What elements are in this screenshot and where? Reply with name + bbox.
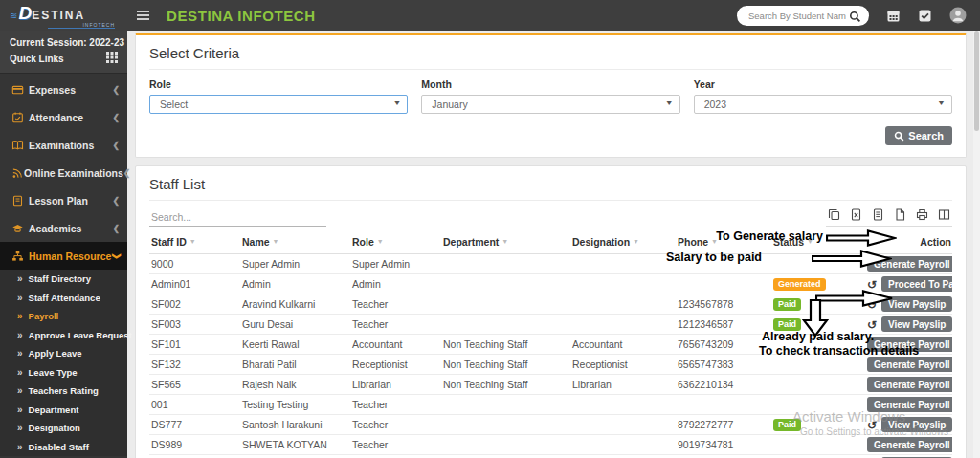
cell-action: Generate Payroll: [865, 375, 952, 395]
chevron-down-icon: ▼: [392, 99, 401, 107]
sidebar-item-academics[interactable]: Academics❮: [0, 214, 127, 242]
cell-name: Trunali: [240, 455, 350, 458]
csv-export-icon[interactable]: [872, 208, 884, 221]
sidebar-subitem-approve-leave-request[interactable]: »Approve Leave Request: [0, 326, 127, 345]
sidebar-subitem-apply-leave[interactable]: »Apply Leave: [0, 344, 127, 363]
cell-phone: 6362210134: [676, 375, 771, 395]
generate-payroll-button[interactable]: Generate Payroll: [867, 437, 952, 452]
role-select[interactable]: Select ▼: [149, 95, 408, 114]
column-label: Designation: [572, 236, 630, 248]
cell-designation: [570, 415, 676, 435]
sidebar-subitem-staff-directory[interactable]: »Staff Directory: [0, 270, 127, 289]
generate-payroll-button[interactable]: Generate Payroll: [867, 357, 952, 372]
payroll-page: ≋ D ESTINA INFOTECH DESTINA INFOTECH: [0, 0, 980, 458]
sidebar-subitem-label: Department: [29, 404, 79, 415]
sidebar-item-expenses[interactable]: Expenses❮: [0, 76, 127, 103]
app-logo[interactable]: ≋ D ESTINA INFOTECH: [0, 0, 127, 31]
cell-staff-id: SF132: [149, 355, 240, 375]
main-content: Select Criteria Role Select ▼ Month Janu…: [127, 31, 980, 458]
generate-payroll-button[interactable]: Generate Payroll: [867, 337, 952, 352]
cell-role: Librarian: [350, 375, 441, 395]
column-header-designation[interactable]: Designation▼: [570, 230, 676, 254]
month-select[interactable]: January ▼: [421, 95, 679, 114]
double-chevron-icon: »: [17, 348, 23, 359]
sidebar-subitem-label: Staff Attendance: [29, 293, 100, 303]
sort-caret-icon: ▼: [189, 238, 196, 245]
sidebar-subitem-disabled-staff[interactable]: »Disabled Staff: [0, 438, 127, 457]
student-search-box[interactable]: [737, 6, 869, 26]
undo-icon[interactable]: ↺: [867, 318, 877, 332]
view-payslip-button[interactable]: View Payslip: [881, 417, 952, 432]
vertical-scrollbar[interactable]: [973, 31, 980, 458]
cell-action: ↺Proceed To Pay: [865, 274, 952, 294]
cell-staff-id: 001: [149, 395, 240, 415]
cell-staff-id: DS777: [149, 415, 240, 435]
sidebar-subitem-teachers-rating[interactable]: »Teachers Rating: [0, 382, 127, 401]
topbar: ≋ D ESTINA INFOTECH DESTINA INFOTECH: [0, 0, 980, 31]
generate-payroll-button[interactable]: Generate Payroll: [867, 256, 952, 272]
columns-export-icon[interactable]: [938, 208, 950, 221]
sidebar-item-human-resource[interactable]: Human Resource❮: [0, 242, 127, 270]
column-header-name[interactable]: Name▼: [240, 230, 350, 254]
role-label: Role: [149, 78, 408, 90]
sidebar-subitem-label: Disabled Staff: [29, 442, 89, 452]
cell-status: Paid: [771, 315, 865, 335]
sidebar-item-attendance[interactable]: Attendance❮: [0, 103, 127, 131]
undo-icon[interactable]: ↺: [867, 419, 877, 432]
table-search-input[interactable]: [149, 208, 326, 227]
column-header-staff-id[interactable]: Staff ID▼: [149, 230, 240, 254]
pdf-export-icon[interactable]: [894, 208, 906, 221]
sidebar-subitem-payroll[interactable]: »Payroll: [0, 307, 127, 326]
cell-department: Non Teaching Staff: [441, 335, 570, 355]
undo-icon[interactable]: ↺: [867, 278, 877, 292]
view-payslip-button[interactable]: View Payslip: [881, 316, 952, 332]
sidebar-item-online-examinations[interactable]: Online Examinations❮: [0, 159, 127, 186]
sidebar-subitem-department[interactable]: »Department: [0, 401, 127, 420]
cell-phone: 1234567878: [676, 294, 771, 315]
tasks-check-icon[interactable]: [918, 9, 932, 23]
column-label: Action: [920, 236, 951, 248]
sidebar-subitem-staff-attendance[interactable]: »Staff Attendance: [0, 289, 127, 308]
sidebar-subitem-designation[interactable]: »Designation: [0, 419, 127, 438]
sidebar-subitem-leave-type[interactable]: »Leave Type: [0, 363, 127, 382]
undo-icon[interactable]: ↺: [867, 298, 877, 312]
search-icon[interactable]: [849, 10, 861, 27]
sidebar: Current Session: 2022-23 Quick Links Exp…: [0, 31, 127, 458]
column-header-department[interactable]: Department▼: [441, 230, 570, 254]
calendar-icon[interactable]: [886, 9, 901, 23]
cell-staff-id: SF101: [149, 335, 240, 355]
cell-phone: [676, 395, 771, 415]
user-avatar[interactable]: [949, 7, 967, 24]
export-toolbar: [826, 208, 952, 227]
sidebar-subitem-label: Payroll: [29, 311, 59, 321]
cell-name: Guru Desai: [240, 315, 350, 335]
human-resource-icon: [11, 251, 29, 262]
view-payslip-button[interactable]: View Payslip: [881, 296, 952, 312]
double-chevron-icon: »: [17, 385, 23, 396]
column-header-status[interactable]: Status▼: [771, 230, 865, 254]
copy-export-icon[interactable]: [828, 208, 840, 221]
quick-links-grid-icon[interactable]: [106, 50, 118, 67]
column-label: Phone: [678, 236, 708, 248]
excel-export-icon[interactable]: [850, 208, 862, 221]
cell-staff-id: Admin01: [149, 274, 240, 294]
generate-payroll-button[interactable]: Generate Payroll: [867, 397, 952, 412]
student-search-input[interactable]: [748, 11, 846, 21]
sidebar-item-lesson-plan[interactable]: Lesson Plan❮: [0, 186, 127, 214]
double-chevron-icon: »: [17, 404, 23, 415]
generate-payroll-button[interactable]: Generate Payroll: [867, 377, 952, 392]
chevron-down-icon: ▼: [665, 99, 674, 107]
year-select[interactable]: 2023 ▼: [694, 95, 952, 114]
hamburger-menu-icon[interactable]: [137, 11, 149, 20]
column-header-phone[interactable]: Phone▼: [676, 230, 771, 254]
search-button[interactable]: Search: [885, 126, 952, 145]
column-header-role[interactable]: Role▼: [350, 230, 441, 254]
scrollbar-thumb[interactable]: [974, 31, 979, 131]
sidebar-item-examinations[interactable]: Examinations❮: [0, 131, 127, 159]
cell-phone: 6565747383: [676, 355, 771, 375]
table-header-row: Staff ID▼Name▼Role▼Department▼Designatio…: [149, 230, 952, 254]
print-export-icon[interactable]: [916, 208, 928, 221]
proceed-to-pay-button[interactable]: Proceed To Pay: [881, 276, 952, 292]
cell-designation: [570, 395, 676, 415]
sidebar-item-label: Examinations: [29, 140, 94, 151]
